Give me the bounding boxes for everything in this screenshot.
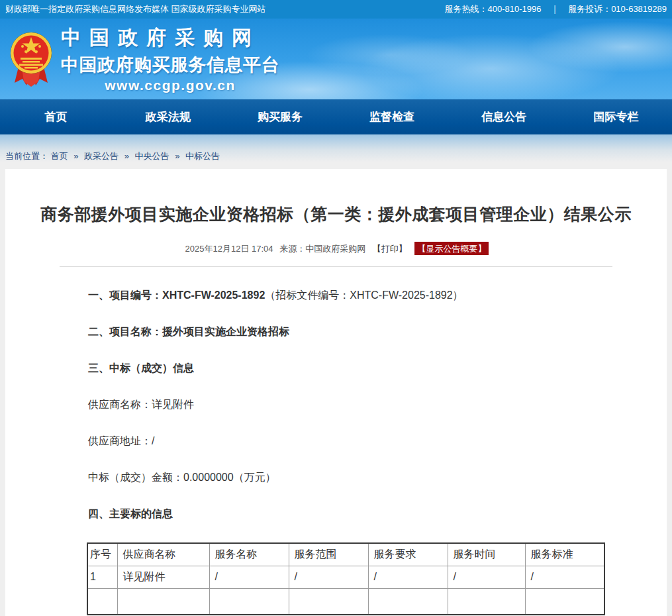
article-meta: 2025年12月12日 17:04 来源：中国政府采购网 【打印】 【显示公告概… (5, 243, 667, 255)
article-container: 商务部援外项目实施企业资格招标（第一类：援外成套项目管理企业）结果公示 2025… (5, 169, 667, 616)
nav-item-home[interactable]: 首页 (0, 99, 112, 134)
cell-seq: 1 (87, 566, 117, 588)
site-header: 中国政府采购网 中国政府购买服务信息平台 www.ccgp.gov.cn (0, 19, 672, 99)
main-subject-table: 序号 供应商名称 服务名称 服务范围 服务要求 服务时间 服务标准 1 详见附件… (87, 542, 605, 615)
paragraph-project-number: 一、项目编号：XHTC-FW-2025-1892（招标文件编号：XHTC-FW-… (88, 289, 667, 302)
breadcrumb-item-home[interactable]: 首页 (51, 151, 68, 161)
nav-item-announcements[interactable]: 信息公告 (448, 99, 560, 134)
print-button[interactable]: 【打印】 (373, 244, 407, 254)
cell-service-std (525, 588, 604, 615)
col-header-service-time: 服务时间 (448, 543, 525, 566)
nav-item-international[interactable]: 国际专栏 (560, 99, 672, 134)
main-nav: 首页 政采法规 购买服务 监督检查 信息公告 国际专栏 (0, 99, 672, 134)
col-header-service-req: 服务要求 (368, 543, 448, 566)
site-url: www.ccgp.gov.cn (61, 77, 279, 93)
nav-item-regulations[interactable]: 政采法规 (112, 99, 224, 134)
paragraph-supplier-name: 供应商名称：详见附件 (88, 398, 667, 411)
page-title: 商务部援外项目实施企业资格招标（第一类：援外成套项目管理企业）结果公示 (32, 203, 640, 225)
site-logo[interactable]: 中国政府采购网 中国政府购买服务信息平台 www.ccgp.gov.cn (9, 25, 279, 93)
table-row (87, 588, 604, 615)
breadcrumb-strip: 当前位置： 首页 » 政采公告 » 中央公告 » 中标公告 (0, 134, 672, 169)
col-header-service-name: 服务名称 (209, 543, 289, 566)
cell-service-name: / (209, 566, 289, 588)
paragraph-project-name: 二、项目名称：援外项目实施企业资格招标 (88, 325, 667, 338)
service-hotline: 服务热线：400-810-1996 (444, 3, 541, 15)
breadcrumb-separator: » (73, 151, 78, 161)
topbar-divider: ｜ (550, 3, 559, 15)
cell-service-std: / (525, 566, 604, 588)
cell-service-req (368, 588, 448, 615)
col-header-service-scope: 服务范围 (289, 543, 368, 566)
show-summary-button[interactable]: 【显示公告概要】 (414, 242, 489, 255)
breadcrumb-prefix: 当前位置： (5, 151, 48, 161)
national-emblem-icon (9, 28, 53, 89)
top-utility-bar: 财政部唯一指定政府采购信息网络发布媒体 国家级政府采购专业网站 服务热线：400… (0, 0, 672, 19)
breadcrumb-item-central[interactable]: 中央公告 (135, 151, 169, 161)
table-header-row: 序号 供应商名称 服务名称 服务范围 服务要求 服务时间 服务标准 (87, 543, 604, 566)
publish-datetime: 2025年12月12日 17:04 (185, 244, 273, 254)
breadcrumb-separator: » (175, 151, 179, 161)
paragraph-award-amount: 中标（成交）金额：0.0000000（万元） (88, 471, 667, 484)
topbar-contacts: 服务热线：400-810-1996 ｜ 服务投诉：010-63819289 (444, 3, 667, 15)
nav-item-purchase[interactable]: 购买服务 (224, 99, 336, 134)
paragraph-main-subject-heading: 四、主要标的信息 (88, 507, 667, 521)
breadcrumb-separator: » (124, 151, 129, 161)
paragraph-supplier-address: 供应商地址：/ (88, 435, 667, 448)
cell-supplier-name: 详见附件 (117, 566, 209, 588)
site-subtitle: 中国政府购买服务信息平台 (61, 53, 279, 77)
paragraph-award-info-heading: 三、中标（成交）信息 (88, 362, 667, 375)
cell-supplier-name (117, 588, 209, 615)
breadcrumb: 当前位置： 首页 » 政采公告 » 中央公告 » 中标公告 (5, 151, 220, 161)
meta-divider (60, 266, 612, 267)
col-header-service-std: 服务标准 (525, 543, 604, 566)
nav-item-supervision[interactable]: 监督检查 (336, 99, 448, 134)
breadcrumb-item-notices[interactable]: 政采公告 (84, 151, 119, 161)
article-source: 来源：中国政府采购网 (279, 244, 365, 254)
site-name: 中国政府采购网 (61, 25, 279, 52)
cell-seq (87, 588, 117, 615)
breadcrumb-item-award[interactable]: 中标公告 (185, 151, 220, 161)
col-header-seq: 序号 (87, 543, 117, 566)
col-header-supplier-name: 供应商名称 (117, 543, 209, 566)
table-row: 1 详见附件 / / / / / (87, 566, 604, 588)
site-slogan: 财政部唯一指定政府采购信息网络发布媒体 国家级政府采购专业网站 (5, 3, 266, 15)
service-complaint: 服务投诉：010-63819289 (568, 3, 667, 15)
cell-service-req: / (368, 566, 448, 588)
cell-service-time: / (448, 566, 525, 588)
logo-text-block: 中国政府采购网 中国政府购买服务信息平台 www.ccgp.gov.cn (61, 25, 279, 93)
cell-service-name (209, 588, 289, 615)
cell-service-scope (289, 588, 368, 615)
cell-service-time (448, 588, 525, 615)
article-body: 一、项目编号：XHTC-FW-2025-1892（招标文件编号：XHTC-FW-… (88, 289, 667, 521)
cell-service-scope: / (289, 566, 368, 588)
